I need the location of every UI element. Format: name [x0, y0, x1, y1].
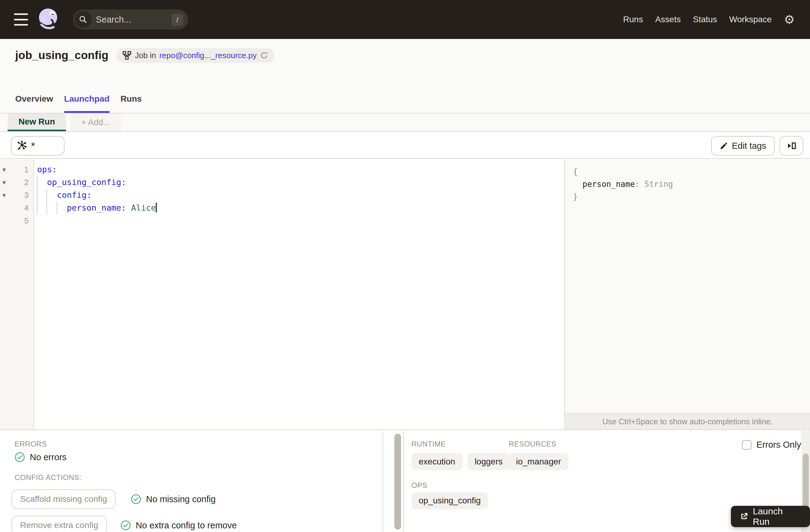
line-number: 3	[10, 189, 29, 201]
tab-runs[interactable]: Runs	[120, 94, 142, 113]
divider	[403, 431, 404, 532]
pencil-icon	[719, 142, 728, 150]
config-actions-label: CONFIG ACTIONS:	[15, 473, 82, 482]
nav-item-status[interactable]: Status	[693, 15, 717, 25]
editor-gutter: ▾ ▾ ▾ 1 2 3 4 5	[0, 160, 34, 430]
page-title: job_using_config	[15, 49, 108, 62]
no-errors-status: No errors	[15, 452, 67, 462]
line-number: 1	[10, 163, 29, 176]
job-badge-prefix: Job in	[135, 51, 156, 60]
run-tab-new-run[interactable]: New Run	[7, 114, 66, 131]
code-line	[34, 214, 564, 227]
schema-close-brace: }	[573, 191, 810, 203]
page-tabs: Overview Launchpad Runs	[15, 94, 142, 113]
refresh-icon[interactable]	[260, 51, 269, 60]
title-row: job_using_config Job in repo@config..._r…	[15, 48, 274, 63]
runtime-section-label: RUNTIME	[411, 440, 446, 448]
job-badge-repo-link[interactable]: repo@config..._resource.py	[159, 51, 257, 60]
config-editor: ▾ ▾ ▾ 1 2 3 4 5 ops: op_using_config: co…	[0, 160, 810, 430]
op-selector-input[interactable]: *	[11, 136, 65, 156]
nav-left: Search... /	[0, 6, 188, 33]
tab-overview[interactable]: Overview	[15, 94, 53, 113]
search-shortcut-badge: /	[172, 14, 183, 26]
yaml-code-area[interactable]: ops: op_using_config: config: person_nam…	[34, 163, 564, 227]
edit-tags-button[interactable]: Edit tags	[711, 136, 775, 156]
pill-execution[interactable]: execution	[411, 453, 463, 470]
line-number: 4	[10, 201, 29, 214]
code-line: op_using_config:	[34, 176, 564, 189]
run-tab-strip: New Run + Add...	[0, 114, 810, 132]
job-badge: Job in repo@config..._resource.py	[116, 48, 274, 63]
dagster-logo[interactable]	[36, 6, 60, 33]
workflow-icon	[122, 51, 131, 60]
search-placeholder: Search...	[96, 15, 131, 25]
check-circle-icon	[131, 494, 141, 504]
gear-icon[interactable]: ⚙	[784, 13, 795, 26]
search-icon	[75, 11, 92, 28]
nav-item-runs[interactable]: Runs	[623, 15, 643, 25]
errors-section-label: ERRORS	[15, 440, 47, 448]
runtime-pills: execution loggers	[411, 453, 510, 470]
autocomplete-hint: Use Ctrl+Space to show auto-completions …	[565, 413, 810, 430]
ops-section-label: OPS	[411, 481, 427, 490]
resources-section-label: RESOURCES	[509, 440, 556, 448]
line-number: 2	[10, 176, 29, 189]
check-circle-icon	[15, 452, 25, 462]
nav-item-assets[interactable]: Assets	[655, 15, 681, 25]
ops-pills: op_using_config	[411, 492, 488, 509]
pill-io-manager[interactable]: io_manager	[509, 453, 568, 470]
hamburger-menu-icon[interactable]	[14, 13, 29, 26]
search-input[interactable]: Search... /	[73, 10, 188, 30]
remove-extra-config-button[interactable]: Remove extra config	[12, 516, 107, 532]
page-header: job_using_config Job in repo@config..._r…	[0, 39, 810, 114]
pill-op-using-config[interactable]: op_using_config	[411, 492, 488, 509]
panel-toggle-icon	[786, 141, 797, 151]
errors-only-control: Errors Only	[742, 440, 801, 450]
run-tab-add[interactable]: + Add...	[70, 114, 122, 131]
launchpad-toolbar: * Edit tags	[0, 132, 810, 159]
launchpad-page: Search... / Runs Assets Status Workspace…	[0, 0, 810, 532]
no-extra-config-status: No extra config to remove	[120, 520, 237, 531]
left-panel-scrollbar[interactable]	[394, 434, 401, 530]
op-selector-value: *	[31, 140, 35, 152]
errors-only-label: Errors Only	[757, 440, 801, 450]
scaffold-missing-config-button[interactable]: Scaffold missing config	[12, 489, 116, 509]
code-line: ops:	[34, 163, 564, 176]
no-missing-config-status: No missing config	[131, 494, 216, 504]
op-selector-icon	[16, 140, 27, 151]
pill-loggers[interactable]: loggers	[467, 453, 510, 470]
errors-only-checkbox[interactable]	[742, 440, 751, 450]
launch-icon	[740, 512, 748, 521]
edit-tags-label: Edit tags	[732, 141, 766, 151]
config-schema-panel: { person_name: String } Use Ctrl+Space t…	[564, 160, 810, 430]
code-line: person_name: Alice	[34, 201, 564, 214]
text-cursor	[156, 203, 157, 212]
nav-right: Runs Assets Status Workspace ⚙	[623, 13, 810, 26]
line-number: 5	[10, 214, 29, 227]
schema-code: { person_name: String }	[565, 160, 810, 203]
schema-field: person_name: String	[573, 178, 810, 191]
schema-open-brace: {	[573, 165, 810, 178]
top-nav: Search... / Runs Assets Status Workspace…	[0, 0, 810, 39]
check-circle-icon	[120, 520, 131, 531]
resources-pills: io_manager	[509, 453, 568, 470]
code-line: config:	[34, 189, 564, 201]
toggle-right-panel-button[interactable]	[780, 136, 803, 156]
launch-run-button[interactable]: Launch Run	[731, 506, 810, 527]
nav-item-workspace[interactable]: Workspace	[729, 15, 772, 25]
tab-launchpad[interactable]: Launchpad	[64, 94, 110, 113]
divider	[383, 431, 383, 532]
bottom-panel: ERRORS No errors CONFIG ACTIONS: Scaffol…	[0, 431, 810, 532]
